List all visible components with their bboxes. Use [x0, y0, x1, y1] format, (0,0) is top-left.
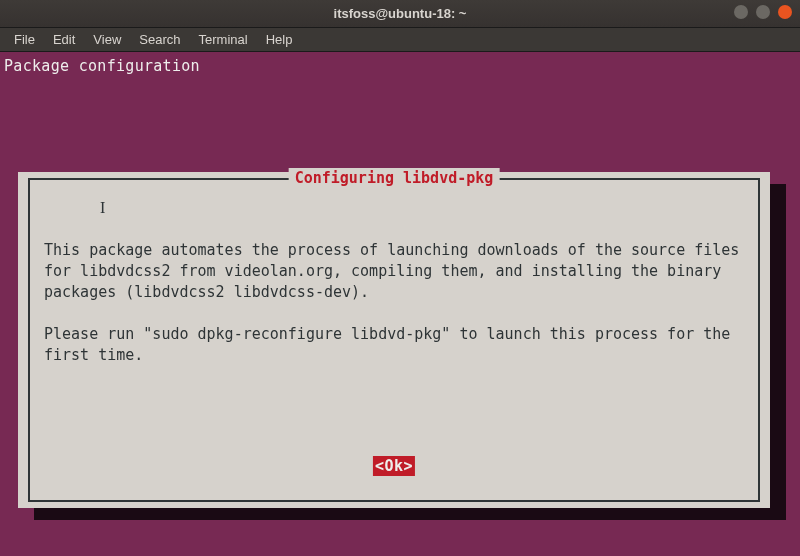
menu-terminal[interactable]: Terminal	[191, 30, 256, 49]
menu-edit[interactable]: Edit	[45, 30, 83, 49]
page-title: Package configuration	[4, 54, 796, 76]
maximize-icon[interactable]	[756, 5, 770, 19]
minimize-icon[interactable]	[734, 5, 748, 19]
dialog-body: This package automates the process of la…	[44, 240, 744, 366]
window-controls	[734, 5, 792, 19]
menu-file[interactable]: File	[6, 30, 43, 49]
menu-search[interactable]: Search	[131, 30, 188, 49]
close-icon[interactable]	[778, 5, 792, 19]
titlebar: itsfoss@ubuntu-18: ~	[0, 0, 800, 28]
terminal-area[interactable]: Package configuration Configuring libdvd…	[0, 52, 800, 556]
window-title: itsfoss@ubuntu-18: ~	[334, 6, 467, 21]
menubar: File Edit View Search Terminal Help	[0, 28, 800, 52]
ok-button[interactable]: <Ok>	[373, 456, 415, 476]
config-dialog: Configuring libdvd-pkg This package auto…	[18, 172, 770, 508]
menu-view[interactable]: View	[85, 30, 129, 49]
menu-help[interactable]: Help	[258, 30, 301, 49]
dialog-title: Configuring libdvd-pkg	[289, 168, 500, 188]
dialog-border: Configuring libdvd-pkg This package auto…	[28, 178, 760, 502]
